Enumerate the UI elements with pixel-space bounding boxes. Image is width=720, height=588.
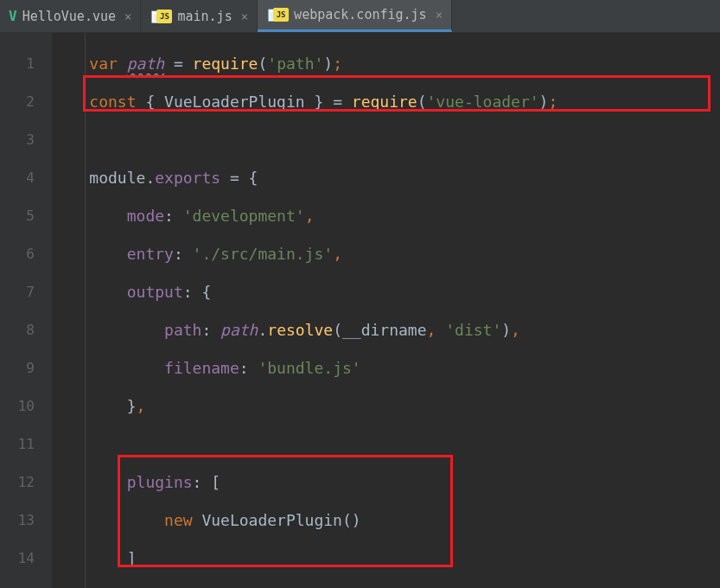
line-number: 12 xyxy=(0,463,35,502)
code-line: }, xyxy=(52,387,720,425)
js-icon: 📄JS xyxy=(266,8,289,22)
line-number: 11 xyxy=(0,425,35,463)
code-line: const { VueLoaderPlugin } = require('vue… xyxy=(52,83,720,121)
tab-label: main.js xyxy=(177,9,232,24)
js-icon: 📄JS xyxy=(150,10,172,23)
tab-hellovue[interactable]: V HelloVue.vue × xyxy=(0,0,141,32)
line-number: 7 xyxy=(0,273,35,311)
line-number: 9 xyxy=(0,349,35,387)
code-line: path: path.resolve(__dirname, 'dist'), xyxy=(52,311,720,349)
tab-label: webpack.config.js xyxy=(294,7,427,22)
code-line: ] xyxy=(52,540,720,578)
line-number: 13 xyxy=(0,502,35,540)
line-number: 8 xyxy=(0,311,35,349)
line-number: 14 xyxy=(0,540,35,578)
code-line xyxy=(52,425,720,463)
code-line xyxy=(52,121,720,159)
code-line: filename: 'bundle.js' xyxy=(52,349,720,387)
code-line: }; xyxy=(52,578,720,588)
code-line: plugins: [ xyxy=(52,463,720,502)
tab-webpack[interactable]: 📄JS webpack.config.js × xyxy=(258,0,452,32)
close-icon[interactable]: × xyxy=(241,10,248,23)
close-icon[interactable]: × xyxy=(436,8,443,22)
line-number: 5 xyxy=(0,197,35,235)
line-number: 2 xyxy=(0,83,35,121)
tab-mainjs[interactable]: 📄JS main.js × xyxy=(141,0,258,32)
vue-icon: V xyxy=(9,8,17,24)
tab-label: HelloVue.vue xyxy=(22,9,116,24)
code-line: module.exports = { xyxy=(52,159,720,197)
code-editor[interactable]: 1 2 3 4 5 6 7 8 9 10 11 12 13 14 15 var … xyxy=(0,33,720,588)
line-gutter: 1 2 3 4 5 6 7 8 9 10 11 12 13 14 15 xyxy=(0,33,52,588)
line-number: 6 xyxy=(0,235,35,273)
line-number: 4 xyxy=(0,159,35,197)
code-line: new VueLoaderPlugin() xyxy=(52,502,720,540)
code-content[interactable]: var path = require('path'); const { VueL… xyxy=(52,33,720,588)
line-number: 15 xyxy=(0,578,35,588)
code-line: mode: 'development', xyxy=(52,197,720,235)
close-icon[interactable]: × xyxy=(124,10,131,23)
editor-tabs: V HelloVue.vue × 📄JS main.js × 📄JS webpa… xyxy=(0,0,720,33)
code-line: entry: './src/main.js', xyxy=(52,235,720,273)
line-number: 1 xyxy=(0,45,35,83)
code-line: output: { xyxy=(52,273,720,311)
line-number: 3 xyxy=(0,121,35,159)
line-number: 10 xyxy=(0,387,35,425)
code-line: var path = require('path'); xyxy=(52,45,720,83)
